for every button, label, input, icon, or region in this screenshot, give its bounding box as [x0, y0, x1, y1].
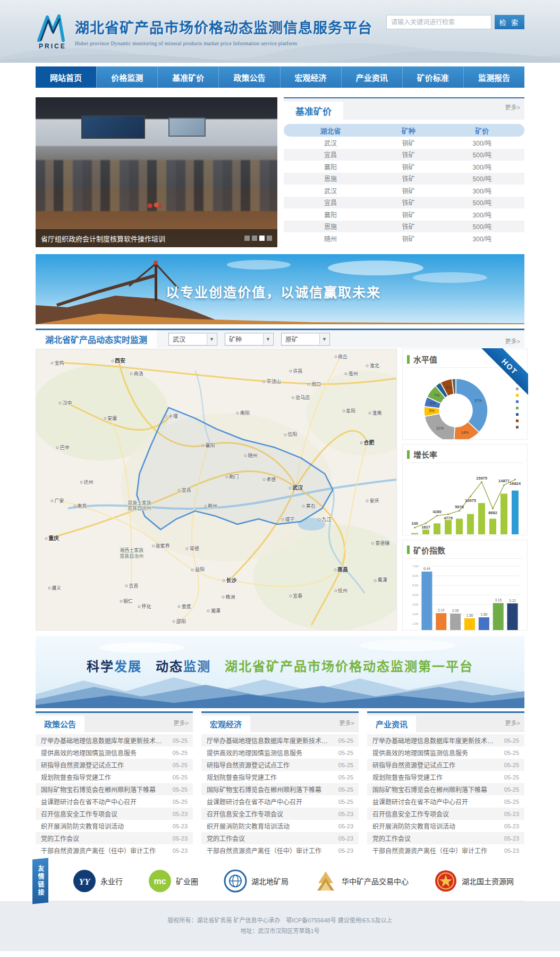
- news-item[interactable]: 织开展消防防灾教育培训活动05-23: [367, 820, 524, 832]
- map-city-label: 广安: [50, 497, 64, 504]
- news-item[interactable]: 织开展消防防灾教育培训活动05-23: [201, 820, 359, 832]
- carousel-dot-0[interactable]: [244, 236, 250, 241]
- map-city-label: 遵义: [48, 584, 61, 591]
- news-item[interactable]: 提供高效的地理国情监测信息服务05-25: [367, 746, 524, 759]
- news-item[interactable]: 厅举办基础地理信息数据库年度更新技术培训05-25: [201, 734, 359, 746]
- news-more-link[interactable]: 更多>: [340, 718, 354, 727]
- svg-text:3.15: 3.15: [495, 598, 502, 602]
- news-item[interactable]: 干部自然资源资产离任（任中）审计工作05-23: [367, 844, 524, 857]
- search-input[interactable]: [386, 15, 491, 29]
- news-item[interactable]: 研指导自然资源登记试点工作05-25: [36, 759, 193, 771]
- map-city-label: 随州: [244, 452, 258, 459]
- news-item[interactable]: 召开信息安全工作专项会议05-23: [367, 808, 524, 820]
- map-city-label: 驻马店: [292, 393, 310, 400]
- news-item[interactable]: 益课题研讨会在省不动产中心召开05-25: [36, 795, 193, 808]
- svg-text:15975: 15975: [476, 476, 487, 481]
- monitor-bar: 湖北省矿产品动态实时监测 武汉▼矿种▼原矿▼ 更多>: [36, 329, 524, 348]
- nav-item-5[interactable]: 产业资讯: [341, 66, 402, 88]
- friend-links-ribbon: 友情链接: [32, 858, 48, 904]
- map-city-label: 亳州: [345, 370, 358, 376]
- main-nav: 网站首页价格监测基准矿价政策公告宏观经济产业资讯矿价标准监测报告: [36, 66, 524, 88]
- news-item[interactable]: 干部自然资源资产离任（任中）审计工作05-23: [36, 844, 193, 857]
- partner-yongyehang[interactable]: YY 永业行: [73, 869, 123, 893]
- map-city-label: 吉首: [125, 582, 138, 589]
- news-item[interactable]: 党的工作会议05-23: [367, 832, 524, 844]
- site-logo[interactable]: PRICE: [36, 13, 70, 50]
- svg-text:37%: 37%: [474, 399, 482, 402]
- chart-title-index: 矿价指数: [413, 544, 445, 556]
- news-item[interactable]: 研指导自然资源登记试点工作05-25: [367, 759, 524, 771]
- table-row[interactable]: 襄阳铜矿300/吨: [284, 208, 524, 221]
- table-row[interactable]: 随州铜矿300/吨: [284, 232, 524, 245]
- carousel-dot-1[interactable]: [252, 236, 257, 241]
- news-item[interactable]: 召开信息安全工作专项会议05-23: [201, 808, 359, 820]
- nav-item-4[interactable]: 宏观经济: [280, 66, 341, 88]
- partner-guotu-ziyuan[interactable]: 湖北国土资源网: [434, 869, 514, 893]
- map-city-label: 湘潭: [207, 607, 220, 614]
- mid-banner: 科学发展动态监测湖北省矿产品市场价格动态监测第一平台: [36, 636, 524, 708]
- chevron-down-icon: ▼: [319, 334, 329, 345]
- news-item[interactable]: 织开展消防防灾教育培训活动05-23: [36, 820, 193, 832]
- filter-select-0[interactable]: 武汉▼: [168, 333, 217, 346]
- filter-select-1[interactable]: 矿种▼: [225, 333, 274, 346]
- table-row[interactable]: 襄阳铜矿300/吨: [284, 161, 524, 173]
- news-item[interactable]: 益课题研讨会在省不动产中心召开05-25: [201, 795, 359, 808]
- nav-item-0[interactable]: 网站首页: [36, 66, 96, 88]
- table-row[interactable]: 恩施铁矿500/吨: [284, 173, 524, 185]
- news-item[interactable]: 党的工作会议05-23: [201, 832, 359, 844]
- table-header: 湖北省: [284, 124, 377, 137]
- news-item[interactable]: 厅举办基础地理信息数据库年度更新技术培训05-25: [367, 734, 524, 746]
- news-item[interactable]: 规划院督查指导党建工作05-25: [36, 771, 193, 783]
- news-item[interactable]: 规划院督查指导党建工作05-25: [367, 771, 524, 783]
- nav-item-7[interactable]: 监测报告: [463, 66, 524, 88]
- table-row[interactable]: 武汉铜矿300/吨: [284, 184, 524, 197]
- nav-item-3[interactable]: 政策公告: [218, 66, 279, 88]
- partner-kuangyequan[interactable]: mc 矿业圈: [148, 869, 198, 893]
- news-item[interactable]: 提供高效的地理国情监测信息服务05-25: [36, 746, 193, 759]
- news-item[interactable]: 党的工作会议05-23: [36, 832, 193, 844]
- news-more-link[interactable]: 更多>: [174, 718, 189, 727]
- map-city-label: 景德镇: [371, 539, 389, 546]
- table-row[interactable]: 武汉铜矿300/吨: [284, 137, 524, 149]
- carousel-dot-2[interactable]: [259, 236, 265, 241]
- svg-text:3.00: 3.00: [412, 603, 418, 606]
- nav-item-6[interactable]: 矿价标准: [402, 66, 463, 88]
- news-item[interactable]: 干部自然资源资产离任（任中）审计工作05-23: [201, 844, 359, 857]
- search-button[interactable]: 检 索: [495, 15, 524, 29]
- benchmark-title: 基准矿价: [284, 102, 343, 120]
- partner-dikuangju[interactable]: 湖北地矿局: [224, 869, 289, 893]
- map-city-label: 许昌: [289, 367, 302, 374]
- news-item[interactable]: 国际矿物宝石博览会在郴州顺利落下帷幕05-25: [201, 783, 359, 795]
- news-item[interactable]: 研指导自然资源登记试点工作05-25: [201, 759, 359, 771]
- news-item[interactable]: 益课题研讨会在省不动产中心召开05-25: [367, 795, 524, 808]
- table-row[interactable]: 宜昌铁矿500/吨: [284, 197, 524, 209]
- table-row[interactable]: 恩施铁矿500/吨: [284, 221, 524, 233]
- nav-item-2[interactable]: 基准矿价: [157, 66, 218, 88]
- news-item[interactable]: 规划院督查指导党建工作05-25: [201, 771, 359, 783]
- partner-huazhong-exchange[interactable]: 华中矿产品交易中心: [314, 869, 409, 893]
- news-item[interactable]: 国际矿物宝石博览会在郴州顺利落下帷幕05-25: [36, 783, 193, 795]
- table-row[interactable]: 宜昌铁矿500/吨: [284, 149, 524, 161]
- benchmark-more-link[interactable]: 更多>: [505, 103, 520, 111]
- svg-text:5%: 5%: [429, 409, 434, 413]
- news-item[interactable]: 提供高效的地理国情监测信息服务05-25: [201, 746, 359, 759]
- nav-item-1[interactable]: 价格监测: [96, 66, 157, 88]
- monitor-more-link[interactable]: 更多>: [505, 337, 520, 345]
- news-item[interactable]: 国际矿物宝石博览会在郴州顺利落下帷幕05-25: [367, 783, 524, 795]
- news-item[interactable]: 厅举办基础地理信息数据库年度更新技术培训05-25: [36, 734, 193, 746]
- page-subtitle: Hubei province Dynamic monitoring of min…: [75, 40, 372, 46]
- news-item[interactable]: 召开信息安全工作专项会议05-23: [36, 808, 193, 820]
- charts-column: HOT 水平值 37%14%21%5%5%7%6% 增长率 7月8月9月10月1…: [402, 349, 528, 631]
- carousel-dot-3[interactable]: [267, 236, 272, 241]
- filter-select-2[interactable]: 原矿▼: [281, 333, 330, 346]
- keyword-science: 科学: [87, 659, 114, 674]
- map-city-label: 重庆: [45, 533, 59, 541]
- green-bar-icon: [407, 450, 410, 459]
- news-more-link[interactable]: 更多>: [505, 718, 520, 727]
- province-map[interactable]: 宝鸡西安商洛商丘许昌淮北亳州平顶山周口汉中驻马店阜阳淮南安康十堰南阳信阳合肥襄阳…: [36, 349, 397, 631]
- slogan-text: 以专业创造价值，以诚信赢取未来: [166, 282, 381, 301]
- hero-carousel[interactable]: 省厅组织政府会计制度核算软件操作培训: [36, 97, 277, 247]
- svg-text:21%: 21%: [436, 426, 444, 430]
- svg-text:1.66: 1.66: [481, 612, 488, 616]
- map-city-label: 宜春: [289, 592, 302, 599]
